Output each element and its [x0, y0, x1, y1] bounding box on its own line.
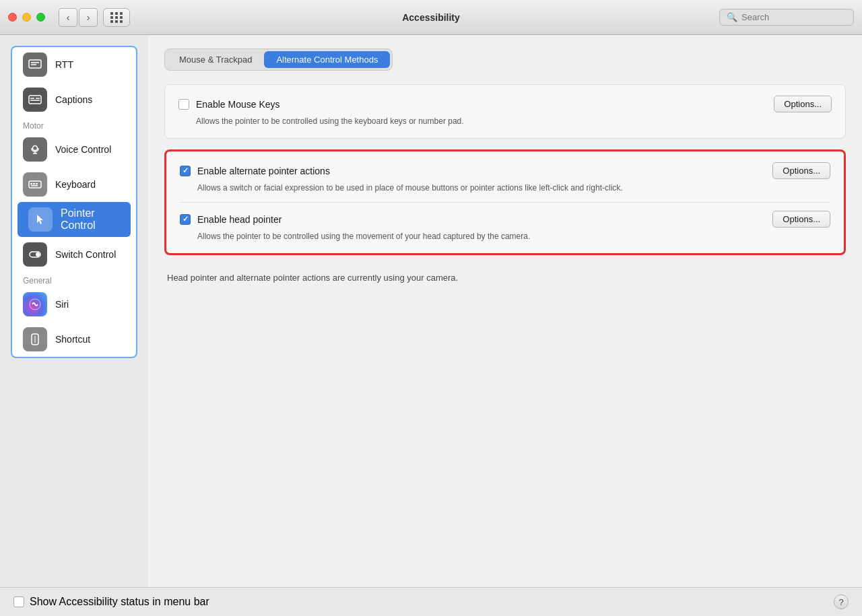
head-pointer-description: Allows the pointer to be controlled usin… [197, 230, 830, 242]
sidebar-item-shortcut[interactable]: Shortcut [12, 322, 136, 357]
captions-icon [23, 88, 47, 112]
sidebar-item-rtt[interactable]: RTT [12, 47, 136, 82]
head-pointer-checkbox[interactable] [180, 214, 191, 225]
show-accessibility-label: Show Accessibility status in menu bar [30, 596, 209, 608]
bottom-bar: Show Accessibility status in menu bar ? [0, 587, 862, 616]
rtt-label: RTT [55, 59, 73, 70]
grid-view-button[interactable] [103, 8, 130, 27]
minimize-button[interactable] [22, 13, 31, 22]
search-icon: 🔍 [727, 12, 737, 22]
section-general: General [12, 272, 136, 287]
switch-icon [23, 242, 47, 267]
alternate-pointer-row: Enable alternate pointer actions Options… [180, 162, 830, 194]
mouse-keys-header: Enable Mouse Keys Options... [178, 96, 832, 112]
svg-point-16 [36, 252, 40, 256]
siri-icon [23, 292, 47, 316]
svg-rect-13 [36, 183, 38, 184]
alternate-pointer-options-button[interactable]: Options... [772, 162, 830, 179]
mouse-keys-left: Enable Mouse Keys [178, 99, 280, 110]
search-box[interactable]: 🔍 [719, 9, 854, 26]
pointer-icon [28, 207, 53, 232]
tab-bar: Mouse & Trackpad Alternate Control Metho… [164, 48, 393, 71]
tab-alternate-control[interactable]: Alternate Control Methods [264, 51, 390, 68]
head-pointer-left: Enable head pointer [180, 214, 281, 225]
titlebar: ‹ › Accessibility 🔍 [0, 0, 862, 35]
mouse-keys-checkbox[interactable] [178, 99, 189, 110]
svg-rect-12 [33, 183, 35, 184]
show-accessibility-row: Show Accessibility status in menu bar [13, 596, 209, 608]
sidebar-item-voice-control[interactable]: Voice Control [12, 132, 136, 167]
maximize-button[interactable] [36, 13, 45, 22]
mouse-keys-label: Enable Mouse Keys [196, 99, 280, 110]
window-title: Accessibility [402, 12, 460, 23]
right-panel: Mouse & Trackpad Alternate Control Metho… [148, 35, 862, 587]
help-button[interactable]: ? [834, 594, 849, 609]
siri-label: Siri [55, 299, 69, 310]
forward-button[interactable]: › [79, 8, 98, 27]
head-pointer-header: Enable head pointer Options... [180, 211, 830, 228]
traffic-lights [8, 13, 45, 22]
sidebar-item-pointer-control[interactable]: Pointer Control [18, 202, 131, 237]
alternate-pointer-section: Enable alternate pointer actions Options… [164, 149, 846, 255]
section-motor: Motor [12, 117, 136, 132]
svg-rect-0 [29, 60, 41, 68]
pointer-control-label: Pointer Control [61, 207, 120, 232]
close-button[interactable] [8, 13, 17, 22]
back-button[interactable]: ‹ [59, 8, 77, 27]
alternate-pointer-label: Enable alternate pointer actions [197, 166, 330, 176]
alternate-pointer-left: Enable alternate pointer actions [180, 166, 330, 176]
voice-icon [23, 137, 47, 162]
captions-label: Captions [55, 94, 92, 105]
svg-rect-11 [30, 183, 32, 184]
rtt-icon [23, 53, 47, 77]
svg-rect-3 [29, 96, 41, 104]
sidebar-item-switch-control[interactable]: Switch Control [12, 237, 136, 272]
alternate-pointer-header: Enable alternate pointer actions Options… [180, 162, 830, 179]
svg-point-7 [33, 146, 38, 151]
section-divider [180, 202, 830, 203]
show-accessibility-checkbox[interactable] [13, 596, 24, 607]
alternate-pointer-checkbox[interactable] [180, 166, 191, 176]
main-content: RTT Captions Motor [0, 35, 862, 587]
head-pointer-row: Enable head pointer Options... Allows th… [180, 211, 830, 242]
nav-buttons: ‹ › [59, 8, 98, 27]
head-pointer-options-button[interactable]: Options... [772, 211, 830, 228]
keyboard-icon [23, 172, 47, 197]
footer-note: Head pointer and alternate pointer actio… [164, 266, 846, 290]
keyboard-label: Keyboard [55, 179, 96, 190]
tab-mouse-trackpad[interactable]: Mouse & Trackpad [167, 51, 264, 68]
mouse-keys-description: Allows the pointer to be controlled usin… [196, 115, 832, 127]
sidebar-item-siri[interactable]: Siri [12, 287, 136, 322]
shortcut-label: Shortcut [55, 334, 90, 345]
sidebar-item-keyboard[interactable]: Keyboard [12, 167, 136, 202]
alternate-pointer-description: Allows a switch or facial expression to … [197, 182, 830, 194]
shortcut-icon [23, 327, 47, 351]
grid-icon [110, 12, 123, 23]
switch-control-label: Switch Control [55, 249, 116, 260]
sidebar: RTT Captions Motor [11, 46, 137, 358]
svg-rect-14 [31, 185, 38, 186]
voice-control-label: Voice Control [55, 144, 111, 155]
head-pointer-label: Enable head pointer [197, 214, 281, 225]
mouse-keys-options-button[interactable]: Options... [774, 96, 832, 112]
sidebar-item-captions[interactable]: Captions [12, 82, 136, 117]
mouse-keys-section: Enable Mouse Keys Options... Allows the … [164, 84, 846, 139]
search-input[interactable] [741, 12, 847, 22]
